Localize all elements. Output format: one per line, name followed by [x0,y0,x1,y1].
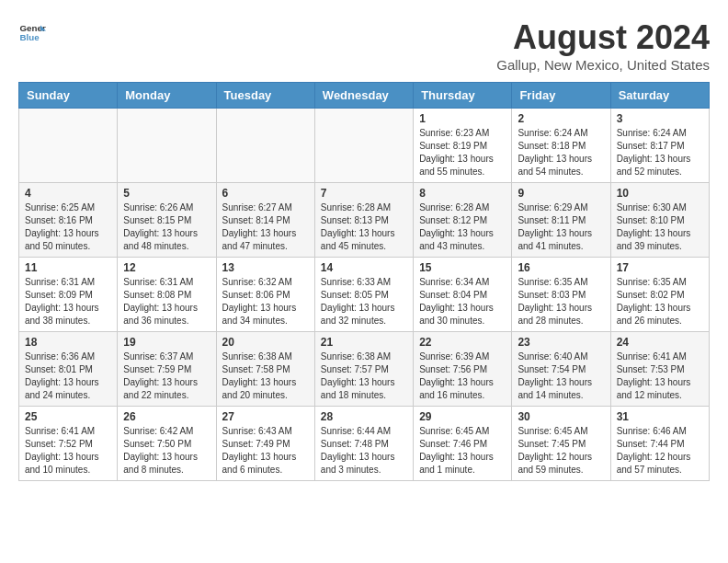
day-number: 13 [222,261,309,274]
day-header-monday: Monday [118,83,216,109]
day-number: 20 [222,336,309,349]
calendar-cell: 2Sunrise: 6:24 AM Sunset: 8:18 PM Daylig… [512,109,610,183]
day-number: 18 [25,336,111,349]
day-info: Sunrise: 6:42 AM Sunset: 7:50 PM Dayligh… [123,425,210,477]
day-info: Sunrise: 6:27 AM Sunset: 8:14 PM Dayligh… [222,201,309,253]
day-number: 25 [25,410,111,423]
day-number: 16 [518,261,604,274]
calendar-cell: 27Sunrise: 6:43 AM Sunset: 7:49 PM Dayli… [216,407,314,481]
day-header-tuesday: Tuesday [216,83,314,109]
day-info: Sunrise: 6:29 AM Sunset: 8:11 PM Dayligh… [518,201,604,253]
day-info: Sunrise: 6:25 AM Sunset: 8:16 PM Dayligh… [25,201,111,253]
day-number: 19 [123,336,210,349]
calendar-cell [19,109,118,183]
calendar-cell: 18Sunrise: 6:36 AM Sunset: 8:01 PM Dayli… [19,332,118,407]
main-title: August 2024 [496,18,710,57]
day-number: 11 [25,261,111,274]
day-number: 21 [321,336,407,349]
day-info: Sunrise: 6:34 AM Sunset: 8:04 PM Dayligh… [419,276,506,327]
day-number: 27 [222,410,309,423]
calendar-cell: 22Sunrise: 6:39 AM Sunset: 7:56 PM Dayli… [414,332,512,407]
title-section: August 2024 Gallup, New Mexico, United S… [496,18,710,73]
day-number: 26 [123,410,210,423]
day-info: Sunrise: 6:40 AM Sunset: 7:54 PM Dayligh… [518,350,604,402]
subtitle: Gallup, New Mexico, United States [496,57,710,73]
calendar-cell: 6Sunrise: 6:27 AM Sunset: 8:14 PM Daylig… [216,183,314,258]
logo: General Blue [18,18,51,46]
day-info: Sunrise: 6:28 AM Sunset: 8:12 PM Dayligh… [419,201,506,253]
day-number: 29 [419,410,506,423]
day-info: Sunrise: 6:43 AM Sunset: 7:49 PM Dayligh… [222,425,309,477]
day-info: Sunrise: 6:26 AM Sunset: 8:15 PM Dayligh… [123,201,210,253]
calendar-cell: 14Sunrise: 6:33 AM Sunset: 8:05 PM Dayli… [314,258,413,332]
logo-icon: General Blue [18,18,46,46]
calendar-cell: 21Sunrise: 6:38 AM Sunset: 7:57 PM Dayli… [314,332,413,407]
day-number: 22 [419,336,506,349]
calendar-cell: 17Sunrise: 6:35 AM Sunset: 8:02 PM Dayli… [610,258,709,332]
header: General Blue August 2024 Gallup, New Mex… [18,18,710,73]
day-number: 6 [222,187,309,200]
calendar-cell: 25Sunrise: 6:41 AM Sunset: 7:52 PM Dayli… [19,407,118,481]
day-info: Sunrise: 6:35 AM Sunset: 8:03 PM Dayligh… [518,276,604,327]
day-info: Sunrise: 6:31 AM Sunset: 8:09 PM Dayligh… [25,276,111,327]
day-header-wednesday: Wednesday [314,83,413,109]
day-number: 7 [321,187,407,200]
day-number: 23 [518,336,604,349]
day-number: 12 [123,261,210,274]
calendar-cell: 31Sunrise: 6:46 AM Sunset: 7:44 PM Dayli… [610,407,709,481]
day-number: 15 [419,261,506,274]
day-info: Sunrise: 6:45 AM Sunset: 7:45 PM Dayligh… [518,425,604,477]
calendar-cell: 23Sunrise: 6:40 AM Sunset: 7:54 PM Dayli… [512,332,610,407]
day-header-thursday: Thursday [414,83,512,109]
day-header-saturday: Saturday [610,83,709,109]
day-number: 9 [518,187,604,200]
calendar-cell: 20Sunrise: 6:38 AM Sunset: 7:58 PM Dayli… [216,332,314,407]
day-info: Sunrise: 6:38 AM Sunset: 7:57 PM Dayligh… [321,350,407,402]
day-header-friday: Friday [512,83,610,109]
day-info: Sunrise: 6:23 AM Sunset: 8:19 PM Dayligh… [419,127,506,178]
calendar-cell: 7Sunrise: 6:28 AM Sunset: 8:13 PM Daylig… [314,183,413,258]
calendar-week-row: 11Sunrise: 6:31 AM Sunset: 8:09 PM Dayli… [19,258,710,332]
calendar-header-row: SundayMondayTuesdayWednesdayThursdayFrid… [19,83,710,109]
day-info: Sunrise: 6:36 AM Sunset: 8:01 PM Dayligh… [25,350,111,402]
day-number: 17 [617,261,703,274]
day-info: Sunrise: 6:45 AM Sunset: 7:46 PM Dayligh… [419,425,506,477]
day-number: 30 [518,410,604,423]
calendar-cell: 10Sunrise: 6:30 AM Sunset: 8:10 PM Dayli… [610,183,709,258]
day-number: 4 [25,187,111,200]
calendar-cell: 29Sunrise: 6:45 AM Sunset: 7:46 PM Dayli… [414,407,512,481]
day-info: Sunrise: 6:46 AM Sunset: 7:44 PM Dayligh… [617,425,703,477]
day-info: Sunrise: 6:28 AM Sunset: 8:13 PM Dayligh… [321,201,407,253]
day-info: Sunrise: 6:39 AM Sunset: 7:56 PM Dayligh… [419,350,506,402]
calendar-week-row: 18Sunrise: 6:36 AM Sunset: 8:01 PM Dayli… [19,332,710,407]
calendar-cell: 16Sunrise: 6:35 AM Sunset: 8:03 PM Dayli… [512,258,610,332]
calendar-cell: 13Sunrise: 6:32 AM Sunset: 8:06 PM Dayli… [216,258,314,332]
calendar-week-row: 25Sunrise: 6:41 AM Sunset: 7:52 PM Dayli… [19,407,710,481]
calendar-cell [118,109,216,183]
day-info: Sunrise: 6:33 AM Sunset: 8:05 PM Dayligh… [321,276,407,327]
day-info: Sunrise: 6:35 AM Sunset: 8:02 PM Dayligh… [617,276,703,327]
day-number: 28 [321,410,407,423]
day-info: Sunrise: 6:44 AM Sunset: 7:48 PM Dayligh… [321,425,407,477]
calendar-cell: 1Sunrise: 6:23 AM Sunset: 8:19 PM Daylig… [414,109,512,183]
day-info: Sunrise: 6:24 AM Sunset: 8:17 PM Dayligh… [617,127,703,178]
calendar-cell: 19Sunrise: 6:37 AM Sunset: 7:59 PM Dayli… [118,332,216,407]
calendar-cell: 3Sunrise: 6:24 AM Sunset: 8:17 PM Daylig… [610,109,709,183]
calendar-cell [216,109,314,183]
calendar-cell: 15Sunrise: 6:34 AM Sunset: 8:04 PM Dayli… [414,258,512,332]
calendar-cell: 5Sunrise: 6:26 AM Sunset: 8:15 PM Daylig… [118,183,216,258]
calendar-cell: 12Sunrise: 6:31 AM Sunset: 8:08 PM Dayli… [118,258,216,332]
calendar-cell: 30Sunrise: 6:45 AM Sunset: 7:45 PM Dayli… [512,407,610,481]
calendar-cell: 24Sunrise: 6:41 AM Sunset: 7:53 PM Dayli… [610,332,709,407]
calendar-cell: 9Sunrise: 6:29 AM Sunset: 8:11 PM Daylig… [512,183,610,258]
day-info: Sunrise: 6:24 AM Sunset: 8:18 PM Dayligh… [518,127,604,178]
calendar-cell: 26Sunrise: 6:42 AM Sunset: 7:50 PM Dayli… [118,407,216,481]
calendar-cell: 28Sunrise: 6:44 AM Sunset: 7:48 PM Dayli… [314,407,413,481]
day-info: Sunrise: 6:37 AM Sunset: 7:59 PM Dayligh… [123,350,210,402]
day-number: 2 [518,112,604,125]
day-info: Sunrise: 6:38 AM Sunset: 7:58 PM Dayligh… [222,350,309,402]
calendar: SundayMondayTuesdayWednesdayThursdayFrid… [18,82,710,481]
calendar-cell [314,109,413,183]
calendar-cell: 8Sunrise: 6:28 AM Sunset: 8:12 PM Daylig… [414,183,512,258]
day-number: 1 [419,112,506,125]
